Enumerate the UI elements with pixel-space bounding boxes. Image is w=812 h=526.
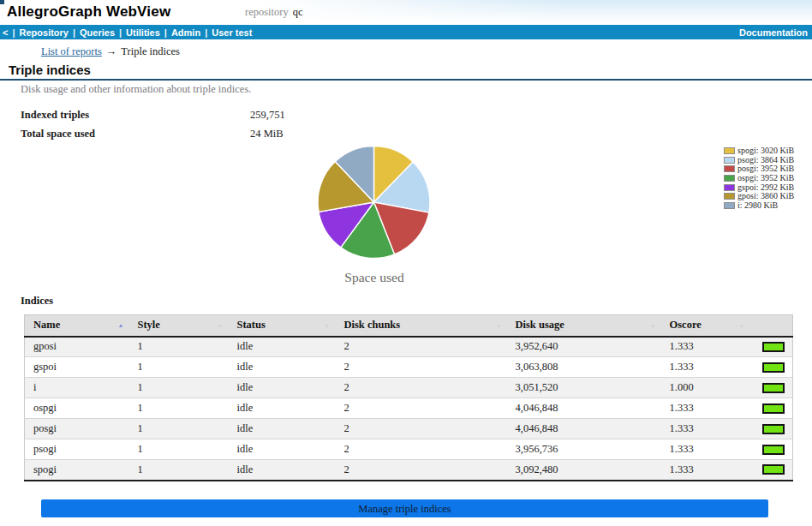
page-description: Disk usage and other information about t… [21,83,251,96]
legend-item-gposi: gposi: 3860 KiB [724,192,794,201]
chart-title: Space used [289,270,460,285]
nav-separator: | [205,27,207,38]
repository-label: repository [245,6,289,18]
cell-indicator [750,357,793,378]
sort-placeholder-icon: ▲ [650,323,656,329]
breadcrumb: List of reports→Triple indices [41,45,180,58]
cell-disk_usage: 4,046,848 [507,419,661,439]
cell-indicator [750,419,793,439]
column-header-style[interactable]: Style▲ [129,315,229,337]
cell-status: idle [229,357,336,378]
column-header-disk-usage[interactable]: Disk usage▲ [507,315,661,337]
cell-disk_usage: 3,063,808 [507,357,661,378]
cell-disk_chunks: 2 [336,357,507,378]
sort-placeholder-icon: ▲ [739,323,745,329]
health-indicator [762,362,785,373]
legend-swatch-icon [724,193,735,200]
cell-disk_usage: 3,956,736 [507,439,661,460]
legend-label: ospgi: 3952 KiB [737,174,794,182]
cell-status: idle [229,378,336,398]
chart-legend: spogi: 3020 KiBpsogi: 3864 KiBposgi: 395… [724,146,794,210]
cell-disk_chunks: 2 [336,378,507,398]
stat-value: 259,751 [250,110,285,120]
page-title: Triple indices [9,63,91,77]
main-nav-bar: < |Repository|Queries|Utilities|Admin|Us… [0,25,812,39]
column-header-disk-chunks[interactable]: Disk chunks▲ [336,315,507,337]
nav-separator: | [164,27,167,38]
repository-indicator: repositoryqc [245,6,303,19]
nav-item-repository[interactable]: Repository [20,27,69,38]
cell-status: idle [229,460,336,481]
indices-table-body: gposi1idle23,952,6401.333gspoi1idle23,06… [25,337,793,481]
legend-swatch-icon [724,157,735,164]
nav-separator: | [73,27,75,38]
cell-oscore: 1.000 [661,378,750,398]
table-row-gspoi: gspoi1idle23,063,8081.333 [25,357,793,378]
cell-status: idle [229,439,336,460]
sort-ascending-icon: ▲ [118,323,124,329]
cell-disk_chunks: 2 [336,460,507,481]
sort-placeholder-icon: ▲ [325,323,331,329]
indices-section-label: Indices [21,295,53,308]
stat-label: Indexed triples [21,110,250,120]
health-indicator [762,445,785,455]
stat-value: 24 MiB [250,129,284,139]
cell-oscore: 1.333 [661,398,750,419]
legend-label: spogi: 3020 KiB [737,146,794,155]
legend-item-spogi: spogi: 3020 KiB [724,146,794,156]
cell-indicator [750,460,793,481]
nav-separator: | [119,27,122,38]
legend-label: psogi: 3864 KiB [737,156,794,164]
cell-name: posgi [25,419,129,439]
table-row-posgi: posgi1idle24,046,8481.333 [25,419,793,439]
window-corner-accent [0,0,4,4]
cell-style: 1 [129,439,229,460]
nav-item-user-test[interactable]: User test [212,27,252,38]
nav-item-utilities[interactable]: Utilities [126,27,160,38]
column-header-indicator [750,315,793,337]
cell-style: 1 [129,398,229,419]
health-indicator [762,403,785,414]
sort-placeholder-icon: ▲ [218,323,224,329]
column-header-status[interactable]: Status▲ [229,315,336,337]
health-indicator [762,424,785,434]
cell-disk_usage: 3,051,520 [507,378,661,398]
nav-item-queries[interactable]: Queries [80,27,115,38]
column-header-label: Oscore [670,319,702,331]
column-header-label: Name [33,319,60,331]
legend-swatch-icon [724,165,735,172]
breadcrumb-arrow-icon: → [106,45,117,57]
nav-separator: | [12,27,15,38]
nav-item-admin[interactable]: Admin [171,27,200,38]
cell-name: psogi [25,439,129,460]
legend-label: gspoi: 2992 KiB [737,183,794,192]
cell-disk_chunks: 2 [336,398,507,419]
cell-name: gspoi [25,357,129,378]
cell-style: 1 [129,357,229,378]
nav-back-arrow[interactable]: < [3,27,8,38]
breadcrumb-link-list-of-reports[interactable]: List of reports [41,45,102,57]
nav-documentation-link[interactable]: Documentation [739,27,808,38]
stats-panel: Indexed triples 259,751 Total space used… [21,110,466,147]
table-header-row: Name▲Style▲Status▲Disk chunks▲Disk usage… [25,315,793,337]
legend-swatch-icon [724,175,735,182]
app-title: AllegroGraph WebView [7,3,170,21]
manage-triple-indices-button[interactable]: Manage triple indices [41,499,768,517]
sort-placeholder-icon: ▲ [496,323,502,329]
nav-items: < |Repository|Queries|Utilities|Admin|Us… [3,27,252,38]
cell-disk_usage: 4,046,848 [507,398,661,419]
column-header-name[interactable]: Name▲ [25,315,129,337]
cell-oscore: 1.333 [661,460,750,481]
legend-item-i: i: 2980 KiB [724,201,794,211]
health-indicator [762,342,785,352]
cell-indicator [750,337,793,357]
cell-oscore: 1.333 [661,419,750,439]
legend-label: posgi: 3952 KiB [737,164,794,173]
cell-oscore: 1.333 [661,337,750,357]
column-header-label: Status [237,319,266,331]
cell-oscore: 1.333 [661,357,750,378]
cell-status: idle [229,398,336,419]
title-divider [0,79,812,81]
cell-style: 1 [129,460,229,481]
column-header-oscore[interactable]: Oscore▲ [661,315,750,337]
